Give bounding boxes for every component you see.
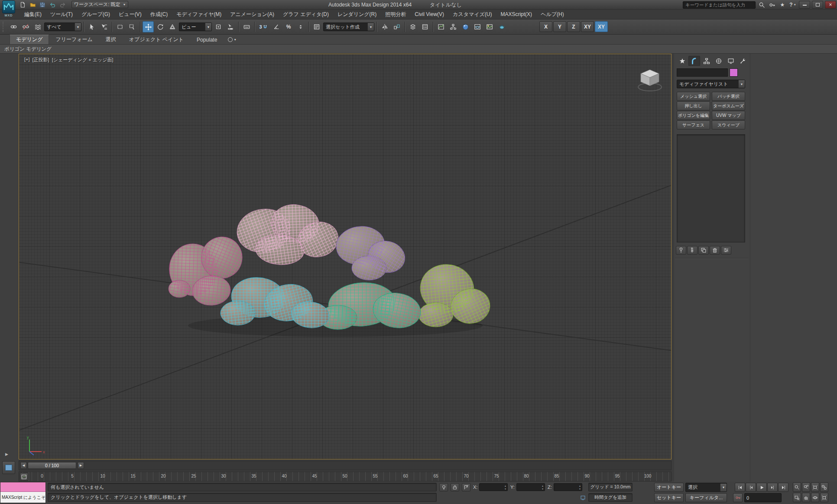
schematic-view-icon[interactable] (448, 21, 459, 32)
spinner-snap-toggle-icon[interactable] (295, 21, 306, 32)
track-bar[interactable]: 0 5 10 15 20 25 30 35 40 45 50 55 60 65 … (19, 472, 672, 481)
go-to-end-button[interactable] (778, 483, 788, 492)
rendered-frame-window-icon[interactable] (484, 21, 495, 32)
modifier-set-button[interactable]: スウィープ (712, 120, 745, 129)
key-icon[interactable] (768, 1, 776, 9)
percent-snap-toggle-button[interactable]: % (283, 21, 294, 32)
selection-lock-toggle[interactable] (451, 483, 459, 491)
isolate-selection-button[interactable] (439, 483, 448, 491)
zoom-extents-icon[interactable] (811, 482, 819, 492)
tab-modeling[interactable]: モデリング (10, 35, 49, 44)
viewport-pov-menu[interactable]: [正投影] (32, 57, 49, 63)
select-and-link-icon[interactable] (8, 21, 19, 32)
workspace-dropdown[interactable]: ワークスペース: 既定 ▼ (71, 1, 128, 8)
modifier-set-button[interactable]: ポリゴンを編集 (677, 111, 710, 120)
remove-modifier-icon[interactable] (710, 246, 720, 255)
rectangular-selection-region-icon[interactable] (114, 21, 126, 32)
left-flyout-arrow[interactable]: ▶ (5, 452, 8, 456)
object-name-field[interactable] (677, 68, 728, 77)
select-and-rotate-icon[interactable] (155, 21, 166, 32)
undo-button[interactable] (48, 1, 57, 9)
select-object-icon[interactable] (86, 21, 97, 32)
zoom-icon[interactable] (793, 482, 801, 492)
reference-coordinate-dropdown[interactable]: ビュー ▼ (179, 23, 212, 31)
current-frame-field[interactable] (744, 493, 782, 502)
star-icon[interactable]: ★ (778, 1, 787, 9)
menu-civil-view[interactable]: Civil View(V) (410, 10, 448, 19)
tab-freeform[interactable]: フリーフォーム (49, 35, 99, 44)
previous-key-button[interactable] (746, 483, 756, 492)
menu-customize[interactable]: カスタマイズ(U) (448, 10, 496, 19)
save-file-button[interactable] (38, 1, 47, 9)
time-slider[interactable]: ◀ 0 / 100 ▶ (19, 461, 672, 470)
app-logo[interactable]: MXD (1, 0, 16, 19)
x-spinner[interactable]: ▲▼ (503, 484, 507, 491)
listener-pane[interactable]: MAXScript にようこそ (0, 492, 45, 503)
axis-x-button[interactable]: X (539, 21, 552, 32)
curve-editor-icon[interactable] (435, 21, 447, 32)
pin-stack-icon[interactable] (676, 246, 686, 255)
orbit-icon[interactable] (811, 493, 819, 502)
play-button[interactable] (756, 483, 767, 492)
pan-icon[interactable] (802, 493, 810, 502)
menu-rendering[interactable]: レンダリング(R) (333, 10, 381, 19)
edit-named-selection-sets-icon[interactable] (311, 21, 322, 32)
tab-motion[interactable] (713, 56, 724, 66)
modifier-set-button[interactable]: ターボスムーズ (712, 101, 745, 110)
selection-filter-dropdown[interactable]: すべて ▼ (44, 23, 81, 31)
new-scene-button[interactable] (18, 1, 27, 9)
tab-object-paint[interactable]: オブジェクト ペイント (123, 35, 190, 44)
help-search-input[interactable] (683, 1, 756, 9)
scene-explorer-icon[interactable] (419, 21, 431, 32)
axis-z-button[interactable]: Z (567, 21, 580, 32)
snaps-toggle-button[interactable]: 3 (257, 21, 270, 32)
maximize-viewport-toggle[interactable] (820, 493, 828, 502)
bind-to-space-warp-icon[interactable] (32, 21, 43, 32)
tab-populate[interactable]: Populate (190, 35, 224, 44)
axis-xy-button[interactable]: XY (581, 21, 594, 32)
help-icon[interactable]: ?▼ (788, 1, 797, 9)
render-production-icon[interactable] (496, 21, 507, 32)
absolute-offset-mode-toggle[interactable] (462, 483, 470, 491)
render-setup-icon[interactable] (472, 21, 483, 32)
modifier-set-button[interactable]: メッシュ選択 (677, 92, 710, 101)
make-unique-icon[interactable] (698, 246, 709, 255)
modifier-list-dropdown[interactable]: モディファイヤリスト ▼ (677, 80, 745, 88)
search-icon[interactable] (757, 1, 766, 9)
manage-layers-icon[interactable] (407, 21, 418, 32)
tab-hierarchy[interactable] (701, 56, 712, 66)
redo-button[interactable] (58, 1, 67, 9)
menu-edit[interactable]: 編集(E) (20, 10, 46, 19)
z-spinner[interactable]: ▲▼ (578, 484, 582, 491)
modifier-set-button[interactable]: UVW マップ (712, 111, 745, 120)
menu-tools[interactable]: ツール(T) (46, 10, 77, 19)
menu-animation[interactable]: アニメーション(A) (226, 10, 279, 19)
tab-utilities[interactable] (737, 56, 749, 66)
modifier-set-button[interactable]: 押し出し (677, 101, 710, 110)
viewport-shading-menu[interactable]: [シェーディング + エッジ面] (52, 57, 114, 63)
use-pivot-center-icon[interactable] (213, 21, 224, 32)
close-button[interactable]: × (825, 1, 836, 9)
zoom-all-icon[interactable] (802, 482, 810, 492)
menu-modifiers[interactable]: モディファイヤ(M) (172, 10, 226, 19)
tab-modify[interactable] (688, 56, 700, 66)
selection-set-keying-dropdown[interactable]: 選択 ▼ (685, 483, 727, 492)
menu-maxscript[interactable]: MAXScript(X) (496, 10, 536, 19)
menu-group[interactable]: グループ(G) (77, 10, 114, 19)
modifier-set-button[interactable]: パッチ選択 (712, 92, 745, 101)
next-frame-button[interactable]: ▶ (78, 462, 84, 469)
menu-graph-editors[interactable]: グラフ エディタ(D) (279, 10, 333, 19)
y-spinner[interactable]: ▲▼ (541, 484, 545, 491)
auto-key-button[interactable]: オートキー (654, 483, 684, 492)
keyboard-override-toggle-icon[interactable] (241, 21, 252, 32)
open-file-button[interactable] (28, 1, 37, 9)
macro-recorder-pane[interactable] (0, 482, 45, 492)
tab-selection[interactable]: 選択 (99, 35, 123, 44)
show-end-result-icon[interactable] (687, 246, 698, 255)
zoom-region-icon[interactable] (793, 493, 801, 502)
toolbar-grip[interactable] (3, 22, 6, 32)
select-by-name-icon[interactable] (98, 21, 110, 32)
select-and-scale-icon[interactable] (167, 21, 178, 32)
minimize-button[interactable] (799, 1, 810, 9)
polygon-modeling-panel-header[interactable]: ポリゴン モデリング (4, 46, 52, 52)
